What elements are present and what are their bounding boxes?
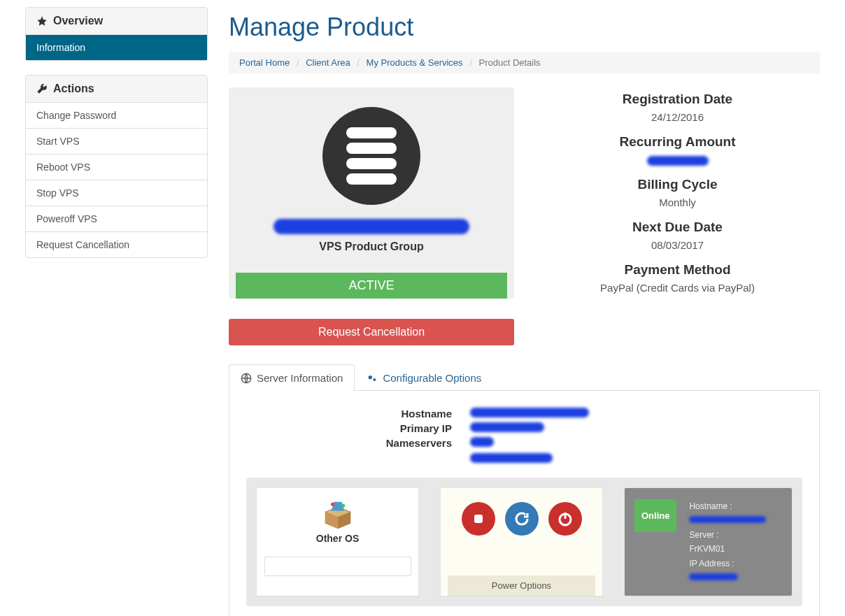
nameservers-value — [470, 437, 553, 465]
actions-panel: Actions Change Password Start VPS Reboot… — [25, 75, 208, 258]
status-ip-label: IP Address : — [689, 557, 782, 571]
cycle-value: Monthly — [535, 196, 820, 208]
tab-server-information[interactable]: Server Information — [229, 364, 355, 391]
os-name: Other OS — [316, 533, 359, 544]
svg-point-4 — [341, 503, 345, 508]
power-options-label: Power Options — [448, 575, 595, 596]
primary-ip-value — [470, 422, 544, 434]
breadcrumb-home[interactable]: Portal Home — [239, 57, 290, 68]
wrench-icon — [36, 83, 48, 94]
svg-rect-5 — [474, 515, 483, 523]
status-hostname-value-redacted — [689, 516, 766, 523]
method-label: Payment Method — [535, 262, 820, 278]
due-value: 08/03/2017 — [535, 239, 820, 251]
status-server-value: FrKVM01 — [689, 542, 782, 556]
product-group: VPS Product Group — [236, 241, 507, 253]
status-ip-value-redacted — [689, 573, 738, 580]
box-icon — [318, 499, 358, 530]
nameservers-label: Nameservers — [246, 437, 470, 465]
reg-date-label: Registration Date — [535, 92, 820, 107]
reboot-button[interactable] — [505, 502, 539, 536]
actions-title: Actions — [53, 83, 94, 95]
primary-ip-label: Primary IP — [246, 422, 470, 434]
power-off-button[interactable] — [548, 502, 582, 536]
stop-button[interactable] — [462, 502, 495, 536]
hostname-label: Hostname — [246, 408, 470, 420]
status-hostname-label: Hostname : — [689, 499, 782, 513]
actions-header: Actions — [26, 76, 207, 103]
tab-configurable-options[interactable]: Configurable Options — [355, 364, 493, 391]
recurring-label: Recurring Amount — [535, 134, 820, 150]
sidebar-item-poweroff-vps[interactable]: Poweroff VPS — [26, 206, 207, 231]
gears-icon — [367, 373, 378, 384]
database-icon — [322, 107, 420, 205]
reg-date-value: 24/12/2016 — [535, 111, 820, 123]
tabs: Server Information Configurable Options — [229, 364, 820, 391]
breadcrumb-products[interactable]: My Products & Services — [367, 57, 463, 68]
overview-title: Overview — [53, 15, 103, 27]
status-server-label: Server : — [689, 528, 782, 542]
os-dropdown[interactable] — [264, 557, 411, 576]
product-name-redacted — [274, 219, 469, 234]
power-card: Power Options — [440, 487, 603, 596]
online-badge: Online — [634, 499, 676, 532]
cycle-label: Billing Cycle — [535, 177, 820, 192]
due-label: Next Due Date — [535, 220, 820, 235]
overview-panel: Overview Information — [25, 7, 208, 61]
os-card: Other OS — [256, 487, 419, 596]
svg-point-2 — [374, 378, 376, 381]
product-card: VPS Product Group ACTIVE — [229, 87, 514, 305]
breadcrumb-client[interactable]: Client Area — [306, 57, 350, 68]
breadcrumb: Portal Home / Client Area / My Products … — [229, 52, 820, 73]
tab-config-options-label: Configurable Options — [383, 372, 481, 384]
recurring-value — [535, 154, 820, 166]
server-info-content: Hostname Primary IP Nameservers — [229, 391, 820, 616]
globe-icon — [241, 373, 252, 384]
svg-point-3 — [330, 503, 334, 507]
sidebar-item-stop-vps[interactable]: Stop VPS — [26, 180, 207, 206]
sidebar-item-reboot-vps[interactable]: Reboot VPS — [26, 154, 207, 180]
overview-header: Overview — [26, 8, 207, 35]
svg-point-1 — [369, 375, 372, 379]
star-icon — [36, 15, 48, 27]
page-title: Manage Product — [229, 13, 820, 42]
breadcrumb-current: Product Details — [478, 57, 540, 68]
hostname-value — [470, 408, 589, 420]
sidebar-item-start-vps[interactable]: Start VPS — [26, 128, 207, 154]
method-value: PayPal (Credit Cards via PayPal) — [535, 282, 820, 294]
tab-server-info-label: Server Information — [257, 372, 343, 384]
status-badge: ACTIVE — [236, 273, 507, 299]
sidebar-item-change-password[interactable]: Change Password — [26, 103, 207, 128]
request-cancellation-button[interactable]: Request Cancellation — [229, 319, 514, 345]
sidebar-item-information[interactable]: Information — [26, 35, 207, 60]
status-card: Online Hostname : Server : FrKVM01 IP Ad… — [624, 487, 793, 596]
sidebar-item-request-cancellation[interactable]: Request Cancellation — [26, 231, 207, 257]
